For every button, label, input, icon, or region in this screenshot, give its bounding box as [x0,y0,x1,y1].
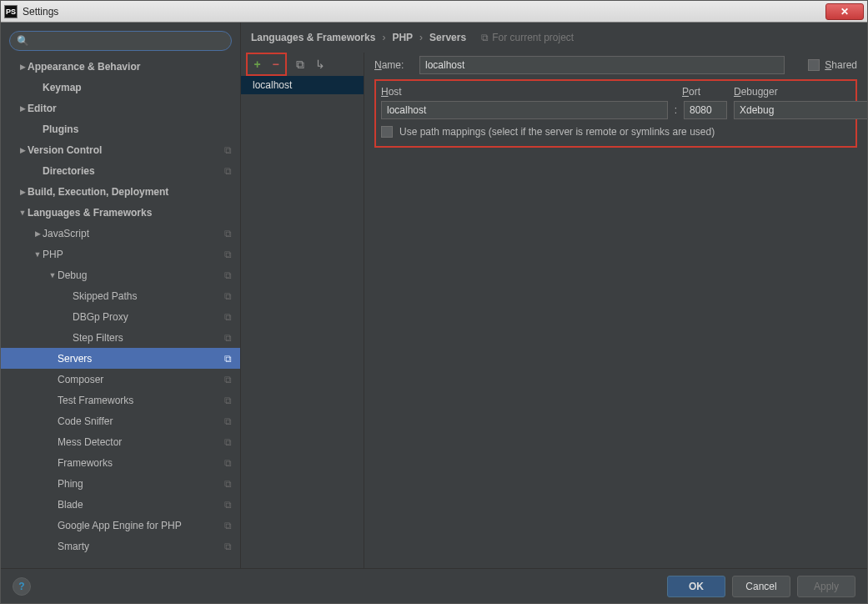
sidebar-item[interactable]: Step Filters⧉ [1,327,240,348]
ok-button[interactable]: OK [667,576,725,597]
apply-button[interactable]: Apply [797,576,855,597]
add-server-button[interactable]: + [251,58,264,71]
sidebar-item-label: Step Filters [73,332,219,344]
sidebar-item[interactable]: DBGp Proxy⧉ [1,306,240,327]
sidebar-item-label: DBGp Proxy [73,311,219,323]
sidebar-item-label: Debug [58,269,219,281]
name-field[interactable] [419,56,785,74]
copy-icon: ⧉ [219,436,232,448]
sidebar-item-label: Skipped Paths [73,290,219,302]
server-form: Name: Shared Host Port Debugger [364,53,867,568]
shared-checkbox[interactable] [808,59,820,71]
chevron-down-icon[interactable]: ▼ [18,209,28,217]
app-icon: PS [4,5,18,18]
copy-icon: ⧉ [481,32,489,43]
project-scope-hint: ⧉ For current project [481,32,574,43]
sidebar-item-label: Frameworks [58,457,219,469]
sidebar-item[interactable]: Frameworks⧉ [1,452,240,473]
sidebar-item[interactable]: Servers⧉ [1,348,240,369]
chevron-right-icon[interactable]: ▶ [18,146,28,154]
project-scope-text: For current project [492,32,574,43]
path-mappings-label: Use path mappings (select if the server … [399,126,715,138]
chevron-right-icon[interactable]: ▶ [18,63,28,71]
debugger-label: Debugger [734,86,850,98]
sidebar-item[interactable]: ▶Build, Execution, Deployment [1,181,240,202]
annotation-box-form: Host Port Debugger : ▼ [374,79,857,148]
search-input[interactable] [33,35,224,47]
sidebar-item[interactable]: ▶Version Control⧉ [1,139,240,160]
settings-tree[interactable]: ▶Appearance & BehaviorKeymap▶EditorPlugi… [1,56,240,568]
sidebar-item[interactable]: Code Sniffer⧉ [1,410,240,431]
settings-search[interactable]: 🔍 [9,31,232,51]
copy-icon: ⧉ [219,290,232,302]
sidebar-item-label: Version Control [28,144,219,156]
port-field[interactable] [684,101,727,119]
sidebar-item[interactable]: Blade⧉ [1,494,240,515]
server-list-column: + − ⧉ ↳ localhost [241,53,364,568]
server-list-item[interactable]: localhost [241,76,364,94]
host-label: Host [381,86,674,98]
host-field[interactable] [381,101,668,119]
chevron-right-icon[interactable]: ▶ [18,104,28,113]
sidebar-item-label: Test Frameworks [58,395,219,406]
path-mappings-checkbox[interactable] [381,126,393,138]
chevron-right-icon[interactable]: ▶ [18,188,28,196]
server-toolbar: + − ⧉ ↳ [241,53,364,76]
copy-icon: ⧉ [219,144,232,156]
crumb-1[interactable]: PHP [392,32,413,43]
sidebar-item[interactable]: ▼PHP⧉ [1,244,240,264]
sidebar-item[interactable]: Composer⧉ [1,369,240,390]
shared-checkbox-wrap[interactable]: Shared [808,59,857,71]
sidebar-item[interactable]: Keymap [1,77,240,98]
import-server-button[interactable]: ↳ [314,58,327,71]
sidebar-item-label: Mess Detector [58,436,219,448]
crumb-0[interactable]: Languages & Frameworks [251,32,375,43]
remove-server-button[interactable]: − [269,58,283,71]
sidebar-item[interactable]: Test Frameworks⧉ [1,390,240,410]
sidebar-item[interactable]: ▶Appearance & Behavior [1,56,240,77]
crumb-2[interactable]: Servers [429,32,466,43]
sidebar-item[interactable]: Skipped Paths⧉ [1,285,240,306]
sidebar-item-label: Plugins [43,123,232,135]
sidebar-item-label: Keymap [43,82,232,93]
sidebar-item[interactable]: ▶JavaScript⧉ [1,223,240,244]
chevron-right-icon: › [419,32,423,43]
copy-icon: ⧉ [219,541,232,552]
sidebar-item-label: Build, Execution, Deployment [28,186,232,198]
sidebar-item[interactable]: Smarty⧉ [1,536,240,556]
copy-icon: ⧉ [219,311,232,323]
chevron-right-icon[interactable]: ▶ [33,229,43,238]
sidebar-item[interactable]: Google App Engine for PHP⧉ [1,515,240,536]
chevron-down-icon[interactable]: ▼ [48,271,58,279]
chevron-down-icon[interactable]: ▼ [33,250,43,259]
sidebar-item[interactable]: Plugins [1,118,240,139]
sidebar-item[interactable]: ▼Languages & Frameworks [1,202,240,223]
sidebar-item-label: Directories [43,165,219,177]
port-label: Port [682,86,725,98]
window-title: Settings [23,6,58,18]
debugger-select[interactable] [734,101,868,119]
copy-icon: ⧉ [219,249,232,260]
copy-icon: ⧉ [219,353,232,365]
sidebar-item-label: Languages & Frameworks [28,207,232,219]
copy-icon: ⧉ [219,478,232,490]
dialog-button-bar: ? OK Cancel Apply [1,568,867,603]
window-close-button[interactable]: ✕ [825,3,864,20]
sidebar-item[interactable]: Phing⧉ [1,473,240,494]
sidebar-item[interactable]: ▶Editor [1,98,240,118]
sidebar-item[interactable]: ▼Debug⧉ [1,264,240,285]
window-titlebar: PS Settings ✕ [1,1,867,23]
sidebar-item-label: Smarty [58,541,219,552]
sidebar-item[interactable]: Mess Detector⧉ [1,431,240,452]
help-button[interactable]: ? [13,577,31,596]
sidebar-item[interactable]: Directories⧉ [1,160,240,181]
server-list[interactable]: localhost [241,76,364,568]
copy-icon: ⧉ [219,457,232,469]
chevron-right-icon: › [382,32,385,43]
sidebar-item-label: Blade [58,499,219,511]
annotation-box-toolbar: + − [246,53,287,76]
name-label: Name: [374,59,411,71]
cancel-button[interactable]: Cancel [732,576,790,597]
host-port-colon: : [675,104,677,116]
copy-server-button[interactable]: ⧉ [294,58,307,71]
